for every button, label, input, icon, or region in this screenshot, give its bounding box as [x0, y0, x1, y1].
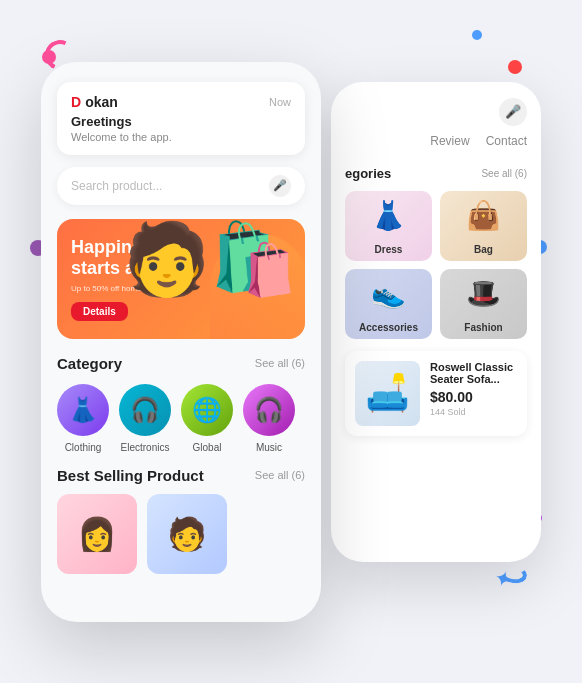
phones-wrapper: 🎤 Review Contact egories See all (6) 👗 D… [41, 42, 541, 642]
man-product-image: 🧑 [147, 494, 227, 574]
accessories-label: Accessories [359, 322, 418, 333]
fashion-label: Fashion [464, 322, 502, 333]
bag-icon: 👜 [440, 191, 527, 241]
logo-d: D [71, 94, 81, 110]
category-see-all[interactable]: See all (6) [255, 357, 305, 369]
search-placeholder: Search product... [71, 179, 162, 193]
best-selling-header: Best Selling Product See all (6) [41, 453, 321, 494]
global-label: Global [193, 442, 222, 453]
app-logo: D okan [71, 94, 118, 110]
back-header-mic-area: 🎤 [345, 98, 527, 126]
sofa-image: 🛋️ [355, 361, 420, 426]
electronics-label: Electronics [121, 442, 170, 453]
promo-banner: Happiness starts at home Up to 50% off h… [57, 219, 305, 339]
back-category-bag[interactable]: 👜 Bag [440, 191, 527, 261]
best-selling-see-all[interactable]: See all (6) [255, 469, 305, 481]
music-label: Music [256, 442, 282, 453]
category-music[interactable]: 🎧 Music [243, 384, 295, 453]
fashion-icon: 🎩 [440, 269, 527, 319]
banner-person-icon: 🧑‍🛍️ [123, 224, 297, 294]
best-selling-title: Best Selling Product [57, 467, 204, 484]
product-card-man[interactable]: 🧑 [147, 494, 227, 574]
category-clothing[interactable]: 👗 Clothing [57, 384, 109, 453]
phone-front: D okan Now Greetings Welcome to the app.… [41, 62, 321, 622]
dress-icon: 👗 [345, 191, 432, 241]
back-mic-icon[interactable]: 🎤 [499, 98, 527, 126]
notification-card: D okan Now Greetings Welcome to the app. [57, 82, 305, 155]
search-bar[interactable]: Search product... 🎤 [57, 167, 305, 205]
back-categories-header: egories See all (6) [345, 166, 527, 181]
mic-icon[interactable]: 🎤 [269, 175, 291, 197]
tab-review[interactable]: Review [430, 134, 469, 152]
notification-time: Now [269, 96, 291, 108]
back-tabs: Review Contact [345, 134, 527, 152]
category-section-header: Category See all (6) [41, 355, 321, 372]
global-circle: 🌐 [181, 384, 233, 436]
back-categories-see-all[interactable]: See all (6) [481, 168, 527, 179]
categories-row: 👗 Clothing 🎧 Electronics 🌐 Global 🎧 Musi… [41, 384, 321, 453]
notification-header: D okan Now [71, 94, 291, 110]
back-product-name: Roswell Classic Seater Sofa... [430, 361, 517, 385]
woman-product-image: 👩 [57, 494, 137, 574]
notification-title: Greetings [71, 114, 291, 129]
back-product-sold: 144 Sold [430, 407, 517, 417]
product-row: 👩 🧑 [41, 494, 321, 574]
bag-label: Bag [474, 244, 493, 255]
category-electronics[interactable]: 🎧 Electronics [119, 384, 171, 453]
tab-contact[interactable]: Contact [486, 134, 527, 152]
accessories-icon: 👟 [345, 269, 432, 319]
music-circle: 🎧 [243, 384, 295, 436]
back-product-price: $80.00 [430, 389, 517, 405]
decoration-dot-blue-small [472, 30, 482, 40]
category-section-title: Category [57, 355, 122, 372]
clothing-circle: 👗 [57, 384, 109, 436]
banner-details-button[interactable]: Details [71, 302, 128, 321]
electronics-circle: 🎧 [119, 384, 171, 436]
product-card-woman[interactable]: 👩 [57, 494, 137, 574]
phone-back: 🎤 Review Contact egories See all (6) 👗 D… [331, 82, 541, 562]
clothing-label: Clothing [65, 442, 102, 453]
back-phone-content: 🎤 Review Contact egories See all (6) 👗 D… [331, 82, 541, 562]
back-category-fashion[interactable]: 🎩 Fashion [440, 269, 527, 339]
back-categories-title: egories [345, 166, 391, 181]
logo-rest: okan [85, 94, 118, 110]
back-categories-grid: 👗 Dress 👜 Bag 👟 Accessories 🎩 Fashion [345, 191, 527, 339]
category-global[interactable]: 🌐 Global [181, 384, 233, 453]
back-product-info: Roswell Classic Seater Sofa... $80.00 14… [430, 361, 517, 426]
front-phone-content: D okan Now Greetings Welcome to the app.… [41, 62, 321, 622]
back-category-accessories[interactable]: 👟 Accessories [345, 269, 432, 339]
notification-body: Welcome to the app. [71, 131, 291, 143]
back-product-card[interactable]: 🛋️ Roswell Classic Seater Sofa... $80.00… [345, 351, 527, 436]
back-category-dress[interactable]: 👗 Dress [345, 191, 432, 261]
dress-label: Dress [375, 244, 403, 255]
